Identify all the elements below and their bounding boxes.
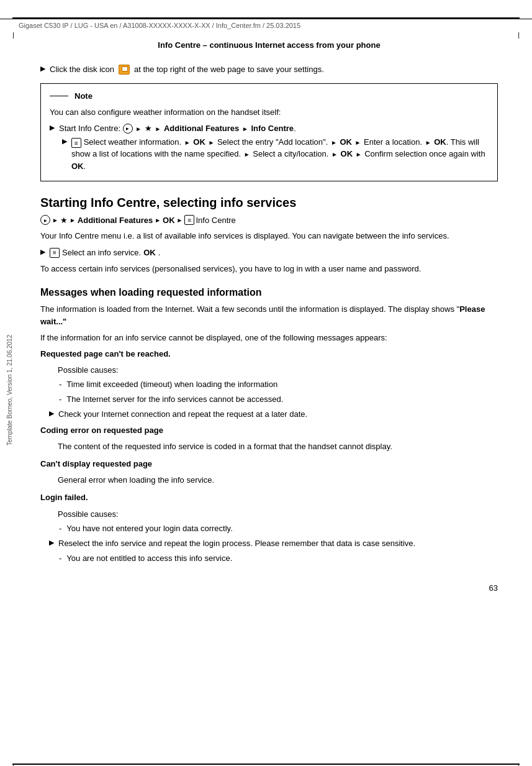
arrow-chevron2: ► <box>155 125 161 132</box>
item1-dash1-text: Time limit exceeded (timeout) when loadi… <box>66 378 277 391</box>
ok-5: OK <box>71 162 84 171</box>
main-content: Info Centre – continuous Internet access… <box>6 32 532 618</box>
section2-heading: Messages when loading requested informat… <box>40 286 498 299</box>
corner-mark-tr: | <box>518 31 520 39</box>
section1-para1: Your Info Centre menu i.e. a list of ava… <box>40 230 498 242</box>
item3-heading: Can't display requested page <box>40 458 498 470</box>
item1-heading-text: Requested page can't be reached. <box>40 349 171 358</box>
note-info-centre: Info Centre <box>251 124 294 133</box>
click-disk-line: ▶ Click the disk icon at the top right o… <box>40 65 498 75</box>
item1-dash2-text: The Internet server for the info service… <box>66 393 283 406</box>
select-menu-icon <box>50 248 60 258</box>
ok-3: OK <box>434 137 446 147</box>
corner-mark-br: | <box>518 762 520 766</box>
section1-ok: OK <box>143 247 156 259</box>
item1-heading: Requested page can't be reached. <box>40 348 498 360</box>
arrow-icon5: ▶ <box>49 537 54 548</box>
note-weather-text: Select weather information. ► OK ► Selec… <box>71 136 489 173</box>
arrow-icon3: ▶ <box>40 247 45 257</box>
section1-heading: Starting Info Centre, selecting info ser… <box>40 195 498 210</box>
nav-additional-features: Additional Features <box>78 216 153 225</box>
section2-para1: The information is loaded from the Inter… <box>40 303 498 328</box>
dash-icon4: - <box>59 552 61 565</box>
click-disk-text: Click the disk icon <box>50 65 114 74</box>
item4-bullet-text: Reselect the info service and repeat the… <box>58 537 415 550</box>
note-line1: You can also configure weather informati… <box>50 106 489 119</box>
item3-heading-text: Can't display requested page <box>40 459 152 468</box>
note-start-line: ▶ Start Info Centre: ► ★ ► Additional Fe… <box>50 122 489 135</box>
header-bar: Gigaset C530 IP / LUG - USA en / A31008-… <box>0 19 532 32</box>
arrow-chevron: ► <box>135 125 142 132</box>
section2-para2: If the information for an info service c… <box>40 332 498 344</box>
note-text2: Enter a location. <box>364 137 422 147</box>
item2-heading-text: Coding error on requested page <box>40 426 163 435</box>
arrow-icon2: ▶ <box>62 136 67 147</box>
nav-ok: OK <box>163 216 175 225</box>
dash-icon2: - <box>59 393 61 406</box>
page-number: 63 <box>40 583 498 593</box>
item4-bullet: ▶ Reselect the info service and repeat t… <box>49 537 498 550</box>
arrow-icon4: ▶ <box>49 408 54 419</box>
disk-icon <box>119 65 130 75</box>
section1-para2: To access certain info services (persona… <box>40 263 498 275</box>
note-text4: Select a city/location. <box>253 149 328 158</box>
dash-icon3: - <box>59 522 61 535</box>
note-additional-features: Additional Features <box>164 124 239 133</box>
ok-1: OK <box>193 137 205 147</box>
item2-heading: Coding error on requested page <box>40 424 498 437</box>
dash-icon1: - <box>59 378 61 391</box>
section2-para1-text: The information is loaded from the Inter… <box>40 304 459 314</box>
item1-dash1: - Time limit exceeded (timeout) when loa… <box>59 378 498 391</box>
section1-bullet1: ▶ Select an info service. OK. <box>40 247 498 259</box>
click-disk-text2: at the top right of the web page to save… <box>134 65 324 74</box>
bottom-border <box>12 764 520 765</box>
item1-bullet: ▶ Check your Internet connection and rep… <box>49 408 498 421</box>
arrow-chevron4: ► <box>208 139 214 146</box>
select-weather-text: Select weather information. <box>84 137 184 147</box>
note-title: Note <box>50 90 489 103</box>
ok-4: OK <box>341 149 353 158</box>
note-text1: Select the entry "Add location". <box>217 137 328 147</box>
note-start-text: Start Info Centre: ► ★ ► Additional Feat… <box>59 122 296 135</box>
menu-icon <box>71 138 81 148</box>
section1-bullet1-icon <box>50 247 60 259</box>
note-text5: Confirm selection once again with <box>364 149 485 158</box>
ok-2: OK <box>340 137 352 147</box>
side-label: Template Borneo, Version 1, 21.06.2012 <box>6 328 13 452</box>
arrow-chevron5: ► <box>355 139 361 146</box>
item2-text: The content of the requested info servic… <box>58 440 498 453</box>
arrow-chevron3: ► <box>242 125 248 132</box>
page: | | Gigaset C530 IP / LUG - USA en / A31… <box>0 17 532 766</box>
item4-dash1: - You have not entered your login data c… <box>59 522 498 535</box>
item1-bullet-text: Check your Internet connection and repea… <box>58 408 307 421</box>
nav-circle-icon <box>40 215 50 225</box>
corner-mark-bl: | <box>12 762 14 766</box>
nav-info-centre: Info Centre <box>196 216 235 225</box>
note-weather-line: ▶ Select weather information. ► OK ► Sel… <box>62 136 489 173</box>
note-box: Note You can also configure weather info… <box>40 83 498 181</box>
item4-intro: Possible causes: <box>58 508 498 521</box>
section1-bullet1-prefix: Select an info service. <box>62 247 141 259</box>
star-icon: ★ <box>145 122 152 135</box>
nav-menu-icon <box>184 215 194 225</box>
item3-text: General error when loading the info serv… <box>58 474 498 486</box>
item4-heading: Login failed. <box>40 491 498 504</box>
corner-mark-tl: | <box>12 31 14 39</box>
section1-nav: ► ★ ► Additional Features ► OK ► Info Ce… <box>40 215 498 225</box>
item4-dash1-text: You have not entered your login data cor… <box>66 522 232 535</box>
arrow-icon: ▶ <box>40 65 45 73</box>
menu-circle-icon <box>123 124 133 134</box>
note-line2-prefix: Start Info Centre: <box>59 124 123 133</box>
item4-dash2-text: You are not entitled to access this info… <box>66 552 232 565</box>
nav-star-icon: ★ <box>60 216 68 225</box>
header-text: Gigaset C530 IP / LUG - USA en / A31008-… <box>19 22 300 29</box>
arrow-icon: ▶ <box>50 122 55 133</box>
page-title: Info Centre – continuous Internet access… <box>40 32 498 57</box>
item1-intro: Possible causes: <box>58 364 498 376</box>
item1-dash2: - The Internet server for the info servi… <box>59 393 498 406</box>
note-label: Note <box>74 90 92 103</box>
item4-heading-text: Login failed. <box>40 493 88 502</box>
item4-dash2: - You are not entitled to access this in… <box>59 552 498 565</box>
